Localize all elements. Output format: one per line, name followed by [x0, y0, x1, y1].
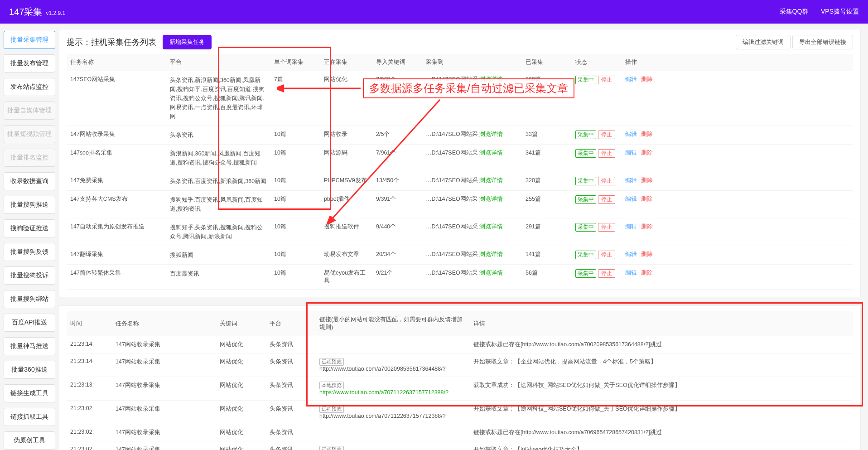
th-link: 链接(最小的网站可能没有匹配，如需要可群内反馈增加规则) [316, 311, 470, 336]
sidebar-item-1[interactable]: 批量发布管理 [4, 54, 55, 73]
cell-dest: …D:\147SEO网站采 浏览详情 [422, 218, 522, 246]
browse-detail-link[interactable]: 浏览详情 [479, 270, 503, 276]
new-task-button[interactable]: 新增采集任务 [163, 35, 212, 49]
cell-time: 21:23:02: [67, 424, 112, 441]
cell-single: 7篇 [270, 71, 320, 126]
stop-button[interactable]: 停止 [598, 269, 615, 278]
edit-link[interactable]: 编辑 [625, 223, 637, 230]
edit-link[interactable]: 编辑 [625, 196, 637, 202]
sidebar-item-7[interactable]: 批量搜狗推送 [4, 196, 55, 214]
stop-button[interactable]: 停止 [598, 76, 615, 84]
stop-button[interactable]: 停止 [598, 177, 615, 185]
cell-op: 编辑|删除 [622, 126, 853, 145]
cell-detail: 链接或标题已存在[http://www.toutiao.com/a7069654… [470, 424, 853, 441]
remote-preview-tag[interactable]: 远程预览 [319, 405, 344, 413]
cell-import: 2/5个 [372, 126, 422, 145]
status-chip: 采集中 [575, 223, 596, 232]
browse-detail-link[interactable]: 浏览详情 [479, 196, 503, 202]
stop-button[interactable]: 停止 [598, 223, 615, 232]
sidebar-item-6[interactable]: 收录数据查询 [4, 172, 55, 190]
remote-preview-tag[interactable]: 远程预览 [319, 446, 344, 450]
delete-link[interactable]: 删除 [641, 251, 653, 257]
browse-detail-link[interactable]: 浏览详情 [479, 223, 503, 230]
cell-link: 本地预览https://www.toutiao.com/a70711226371… [316, 377, 470, 401]
sidebar-item-3: 批量自媒体管理 [4, 102, 55, 120]
stop-button[interactable]: 停止 [598, 195, 615, 204]
stop-button[interactable]: 停止 [598, 131, 615, 139]
log-url[interactable]: https://www.toutiao.com/a707112263715771… [319, 389, 448, 396]
cell-link [316, 336, 470, 353]
cell-now: 网站收录 [320, 126, 372, 145]
edit-link[interactable]: 编辑 [625, 76, 637, 82]
delete-link[interactable]: 删除 [641, 76, 653, 82]
sidebar-item-8[interactable]: 搜狗验证推送 [4, 219, 55, 237]
status-chip: 采集中 [575, 76, 596, 84]
cell-single: 10篇 [270, 126, 320, 145]
sidebar-item-16[interactable]: 链接抓取工具 [4, 408, 55, 426]
cell-time: 21:23:13: [67, 377, 112, 401]
link-qq-group[interactable]: 采集QQ群 [780, 8, 809, 15]
cell-keyword: 网站优化 [216, 441, 266, 450]
cell-task: 147网站收录采集 [112, 424, 216, 441]
sidebar-item-2[interactable]: 发布站点监控 [4, 78, 55, 96]
cell-platform: 头条资讯 [266, 377, 316, 401]
log-url[interactable]: http://www.toutiao.com/a7002098535617364… [319, 366, 446, 372]
log-panel: 时间 任务名称 关键词 平台 链接(最小的网站可能没有匹配，如需要可群内反馈增加… [59, 305, 861, 450]
delete-link[interactable]: 删除 [641, 270, 653, 276]
cell-dest: …D:\147SEO网站采 浏览详情 [422, 246, 522, 265]
sidebar: 批量采集管理批量发布管理发布站点监控批量自媒体管理批量短视频管理批量排名监控收录… [0, 24, 59, 450]
delete-link[interactable]: 删除 [641, 150, 653, 156]
browse-detail-link[interactable]: 浏览详情 [479, 251, 503, 257]
sidebar-item-10[interactable]: 批量搜狗投诉 [4, 266, 55, 285]
remote-preview-tag[interactable]: 远程预览 [319, 358, 344, 366]
cell-collected: 33篇 [522, 126, 572, 145]
sidebar-item-14[interactable]: 批量360推送 [4, 361, 55, 379]
tasks-panel: 提示：挂机采集任务列表 新增采集任务 编辑过滤关键词 导出全部错误链接 任务名称… [59, 29, 861, 297]
sidebar-item-0[interactable]: 批量采集管理 [4, 31, 55, 49]
cell-name: 147自动采集为原创发布推送 [67, 218, 166, 246]
task-row: 147支持各大CMS发布搜狗知乎,百度资讯,凤凰新闻,百度知道,搜狗资讯10篇p… [67, 191, 853, 218]
edit-link[interactable]: 编辑 [625, 251, 637, 257]
th-platform: 平台 [266, 311, 316, 336]
browse-detail-link[interactable]: 浏览详情 [479, 177, 503, 184]
browse-detail-link[interactable]: 浏览详情 [479, 76, 503, 82]
task-row: 147seo排名采集新浪新闻,360新闻,凤凰新闻,百度知道,搜狗资讯,搜狗公众… [67, 145, 853, 172]
cell-now: pboot插件 [320, 191, 372, 218]
sidebar-item-15[interactable]: 链接生成工具 [4, 384, 55, 402]
th-op: 操作 [622, 54, 853, 71]
browse-detail-link[interactable]: 浏览详情 [479, 150, 503, 156]
edit-link[interactable]: 编辑 [625, 131, 637, 137]
export-errors-button[interactable]: 导出全部错误链接 [792, 35, 853, 49]
cell-dest: …D:\147SEO网站采 浏览详情 [422, 172, 522, 191]
sidebar-item-11[interactable]: 批量搜狗绑站 [4, 290, 55, 308]
th-status: 状态 [572, 54, 622, 71]
stop-button[interactable]: 停止 [598, 251, 615, 259]
cell-status: 采集中停止 [572, 246, 622, 265]
cell-keyword: 网站优化 [216, 424, 266, 441]
link-vps-settings[interactable]: VPS拨号设置 [821, 8, 859, 15]
cell-time: 21:23:02: [67, 441, 112, 450]
browse-detail-link[interactable]: 浏览详情 [479, 131, 503, 137]
edit-link[interactable]: 编辑 [625, 270, 637, 276]
sidebar-item-12[interactable]: 百度API推送 [4, 314, 55, 332]
stop-button[interactable]: 停止 [598, 149, 615, 158]
edit-filter-button[interactable]: 编辑过滤关键词 [736, 35, 791, 49]
cell-link: 远程预览http://www.toutiao.com/a706965472865… [316, 441, 470, 450]
edit-link[interactable]: 编辑 [625, 177, 637, 184]
delete-link[interactable]: 删除 [641, 177, 653, 184]
cell-op: 编辑|删除 [622, 145, 853, 172]
cell-op: 编辑|删除 [622, 191, 853, 218]
cell-import: 13/450个 [372, 172, 422, 191]
log-url[interactable]: http://www.toutiao.com/a7071122637157712… [319, 413, 446, 419]
cell-single: 10篇 [270, 218, 320, 246]
cell-link: 远程预览http://www.toutiao.com/a700209853561… [316, 353, 470, 377]
sidebar-item-17[interactable]: 伪原创工具 [4, 431, 55, 450]
sidebar-item-13[interactable]: 批量神马推送 [4, 337, 55, 355]
delete-link[interactable]: 删除 [641, 196, 653, 202]
delete-link[interactable]: 删除 [641, 131, 653, 137]
local-preview-tag[interactable]: 本地预览 [319, 382, 344, 389]
cell-name: 147SEO网站采集 [67, 71, 166, 126]
sidebar-item-9[interactable]: 批量搜狗反馈 [4, 243, 55, 261]
delete-link[interactable]: 删除 [641, 223, 653, 230]
edit-link[interactable]: 编辑 [625, 150, 637, 156]
